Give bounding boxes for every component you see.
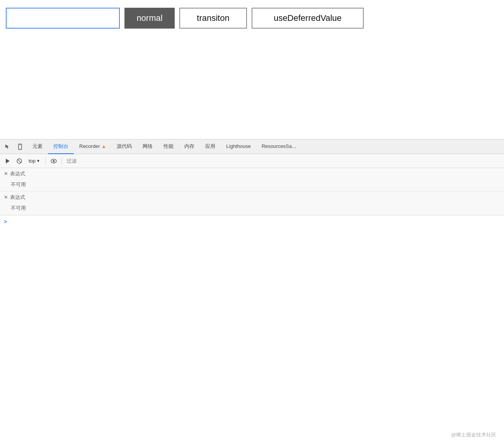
expression-header-2: ✕ 表达式 [0,192,504,203]
svg-rect-1 [19,144,21,145]
expression-block-1: ✕ 表达式 不可用 [0,168,504,192]
expression-label-1: 表达式 [10,170,25,177]
tab-lighthouse[interactable]: Lighthouse [221,139,256,154]
svg-line-5 [18,160,21,163]
device-toolbar-icon[interactable] [15,141,26,152]
transition-button[interactable]: transiton [179,8,247,29]
watermark: @稀土掘金技术社区 [451,431,496,438]
devtools-tab-bar: 元素 控制台 Recorder ▲ 源代码 网络 性能 内存 应用 Lighth… [0,139,504,154]
devtools-panel: 元素 控制台 Recorder ▲ 源代码 网络 性能 内存 应用 Lighth… [0,139,504,443]
search-input[interactable] [6,8,120,29]
expression-label-2: 表达式 [10,194,25,201]
toolbar-separator-2 [61,157,62,165]
expression-value-1: 不可用 [0,180,504,191]
console-prompt: > [0,215,504,228]
inspect-element-icon[interactable] [2,141,13,152]
chevron-down-icon: ▼ [36,159,40,163]
expression-close-1[interactable]: ✕ [4,171,8,177]
tab-sources[interactable]: 源代码 [111,139,137,154]
context-selector[interactable]: top ▼ [26,157,43,165]
svg-point-7 [53,160,54,162]
console-toolbar: top ▼ [0,154,504,168]
recorder-warning-icon: ▲ [101,144,106,149]
block-icon[interactable] [15,156,24,166]
toolbar-separator-1 [46,157,46,165]
expression-header-1: ✕ 表达式 [0,168,504,180]
run-script-icon[interactable] [3,156,12,166]
eye-icon[interactable] [49,156,58,166]
app-area: normal transiton useDeferredValue [0,0,504,139]
svg-point-2 [20,148,20,149]
expression-value-2: 不可用 [0,203,504,215]
tab-application[interactable]: 应用 [200,139,221,154]
tab-elements[interactable]: 元素 [27,139,48,154]
context-label: top [29,158,36,164]
prompt-arrow-icon[interactable]: > [4,219,7,225]
filter-input[interactable] [65,157,501,165]
normal-button[interactable]: normal [124,8,175,29]
tab-resourcessaver[interactable]: ResourcesSa... [256,139,301,154]
tab-performance[interactable]: 性能 [158,139,179,154]
console-content: ✕ 表达式 不可用 ✕ 表达式 不可用 > [0,168,504,443]
tab-console[interactable]: 控制台 [48,139,74,154]
tab-recorder[interactable]: Recorder ▲ [74,139,111,154]
tab-memory[interactable]: 内存 [179,139,200,154]
expression-close-2[interactable]: ✕ [4,195,8,200]
svg-marker-3 [6,159,10,163]
expression-block-2: ✕ 表达式 不可用 [0,192,504,215]
deferred-value-button[interactable]: useDeferredValue [252,8,364,29]
tab-network[interactable]: 网络 [137,139,158,154]
